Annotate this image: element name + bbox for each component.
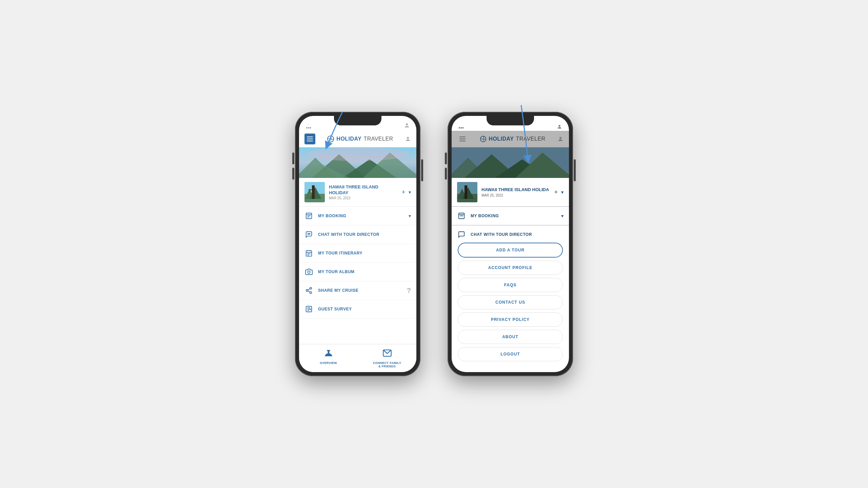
app-logo: HOLIDAY TRAVELER (315, 135, 405, 143)
phone2-booking-label: MY BOOKING (471, 214, 556, 218)
phone2-user-status (557, 124, 562, 129)
camera-icon (304, 267, 313, 276)
phone2-volume-up (445, 152, 447, 164)
svg-rect-37 (327, 350, 330, 351)
phone2-add-icon: + (554, 189, 558, 196)
share-label: SHARE MY CRUISE (318, 288, 402, 293)
phone2-logo-light: TRAVELER (516, 136, 545, 142)
faqs-button[interactable]: FAQS (458, 278, 563, 292)
tour-card[interactable]: HAWAII THREE ISLAND HOLIDAY MAR 25, 2022… (299, 178, 416, 207)
ship-svg (324, 348, 333, 358)
phone1-screen: ●●● (299, 116, 416, 372)
svg-point-2 (407, 137, 409, 139)
add-icon[interactable]: + (401, 189, 405, 196)
menu-item-share[interactable]: SHARE MY CRUISE ? (299, 281, 416, 300)
ship-icon (324, 348, 333, 360)
overlay-background: ADD A TOUR ACCOUNT PROFILE FAQS CONTACT … (452, 238, 569, 372)
menu-item-my-booking[interactable]: MY BOOKING ▾ (299, 207, 416, 225)
tour-actions: + ▾ (401, 189, 411, 196)
tour-title: HAWAII THREE ISLAND HOLIDAY (329, 184, 397, 196)
booking-chevron: ▾ (409, 213, 411, 219)
phone2-logo-icon (480, 136, 487, 142)
contact-us-button[interactable]: CONTACT US (458, 295, 563, 309)
svg-rect-51 (465, 185, 467, 199)
chat-label: CHAT WITH TOUR DIRECTOR (318, 232, 411, 237)
nav-overview[interactable]: OVERVIEW (299, 347, 358, 369)
tour-date: MAR 25, 2022 (329, 196, 397, 200)
phone2-tour-title: HAWAII THREE ISLAND HOLIDA (481, 187, 550, 193)
phone2-hero (452, 147, 569, 178)
menu-line-1 (307, 137, 313, 137)
my-booking-label: MY BOOKING (318, 214, 404, 218)
menu-item-survey[interactable]: GUEST SURVEY (299, 300, 416, 319)
itinerary-label: MY TOUR ITINERARY (318, 251, 411, 256)
signal-indicator: ●●● (306, 126, 311, 129)
phone2-menu-line1 (459, 137, 466, 137)
svg-line-31 (308, 289, 310, 290)
logout-button[interactable]: LOGOUT (458, 347, 563, 361)
connect-label: CONNECT FAMILY& FRIENDS (373, 361, 401, 368)
svg-line-30 (308, 291, 310, 292)
phone2-menu-btn (457, 134, 468, 144)
svg-rect-15 (309, 189, 315, 190)
phone2-volume-down (445, 168, 447, 180)
phone2-tour-date: MAR 25, 2022 (481, 194, 550, 197)
menu-list: MY BOOKING ▾ CHAT WI (299, 207, 416, 344)
phone2-chat-label: CHAT WITH TOUR DIRECTOR (471, 232, 564, 237)
share-icon (304, 286, 313, 295)
svg-point-39 (558, 125, 560, 127)
phone2-booking-chevron: ▾ (561, 213, 564, 219)
phone1-frame: ●●● (295, 112, 420, 376)
svg-point-21 (309, 233, 309, 234)
tour-thumb-image (304, 182, 325, 202)
phone2-menu-line2 (459, 139, 466, 139)
menu-item-chat[interactable]: CHAT WITH TOUR DIRECTOR (299, 225, 416, 244)
phone2-logo-bold: HOLIDAY (489, 136, 514, 142)
about-button[interactable]: ABOUT (458, 330, 563, 344)
privacy-policy-button[interactable]: PRIVACY POLICY (458, 312, 563, 327)
phone2-user-icon (557, 136, 564, 142)
phone2-notch (487, 116, 534, 125)
notch (334, 116, 381, 125)
power-button (421, 159, 423, 181)
menu-item-itinerary[interactable]: MY TOUR ITINERARY (299, 244, 416, 263)
chat-icon (304, 230, 313, 239)
expand-icon[interactable]: ▾ (409, 189, 411, 195)
hero-image (299, 147, 416, 178)
user-icon-status (404, 123, 410, 129)
phone2-expand-icon: ▾ (561, 189, 564, 195)
overlay-menu-panel: ADD A TOUR ACCOUNT PROFILE FAQS CONTACT … (452, 238, 569, 372)
phone2-chat: CHAT WITH TOUR DIRECTOR (452, 225, 569, 238)
survey-label: GUEST SURVEY (318, 307, 411, 311)
svg-point-22 (310, 233, 310, 234)
menu-line-2 (307, 139, 313, 139)
account-profile-button[interactable]: ACCOUNT PROFILE (458, 261, 563, 275)
question-mark-icon: ? (407, 287, 411, 294)
tour-info: HAWAII THREE ISLAND HOLIDAY MAR 25, 2022 (329, 184, 397, 200)
svg-point-26 (308, 271, 310, 273)
svg-point-29 (310, 292, 312, 294)
volume-up-button (292, 152, 294, 164)
phone2-chat-icon (457, 230, 466, 238)
svg-rect-36 (328, 351, 329, 354)
svg-point-20 (308, 233, 308, 234)
phone2-booking: MY BOOKING ▾ (452, 207, 569, 225)
menu-line-3 (307, 141, 313, 141)
svg-point-0 (406, 123, 408, 125)
phone2-menu-line3 (459, 141, 466, 141)
menu-item-album[interactable]: MY TOUR ALBUM (299, 263, 416, 281)
add-tour-button[interactable]: ADD A TOUR (458, 243, 563, 258)
phone2-signal: ●●● (458, 126, 464, 129)
menu-button[interactable] (304, 134, 315, 144)
phone2-power (574, 159, 576, 181)
logo-text-bold: HOLIDAY (336, 136, 361, 142)
phone2-hero-svg (452, 147, 569, 178)
volume-down-button (292, 168, 294, 180)
nav-connect[interactable]: CONNECT FAMILY& FRIENDS (358, 347, 416, 369)
phone2-header: HOLIDAY TRAVELER (452, 131, 569, 147)
overview-label: OVERVIEW (320, 361, 337, 365)
booking-icon (304, 211, 313, 220)
phone2-screen: ●●● (452, 116, 569, 372)
survey-icon (304, 305, 313, 313)
logo-text-light: TRAVELER (363, 136, 393, 142)
